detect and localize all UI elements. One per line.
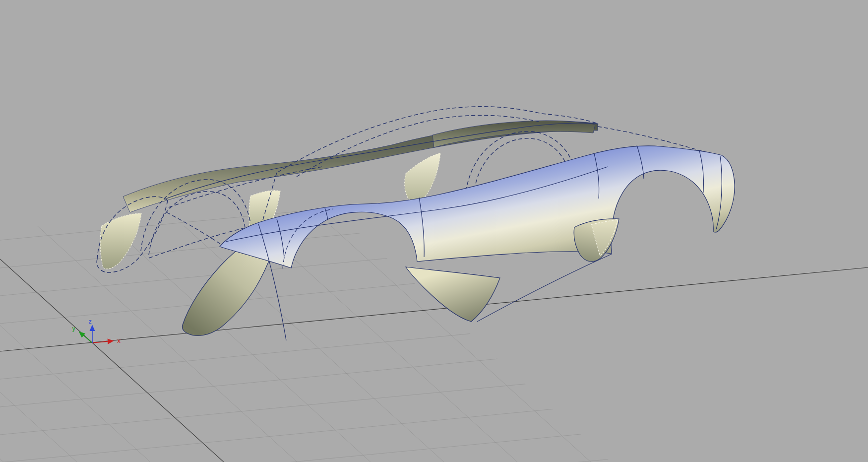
x-axis-label: x [117, 337, 121, 344]
y-axis-label: y [72, 325, 75, 332]
viewport-canvas[interactable]: x y z [0, 0, 868, 462]
z-axis-label: z [88, 318, 92, 325]
3d-viewport[interactable]: x y z [0, 0, 868, 462]
